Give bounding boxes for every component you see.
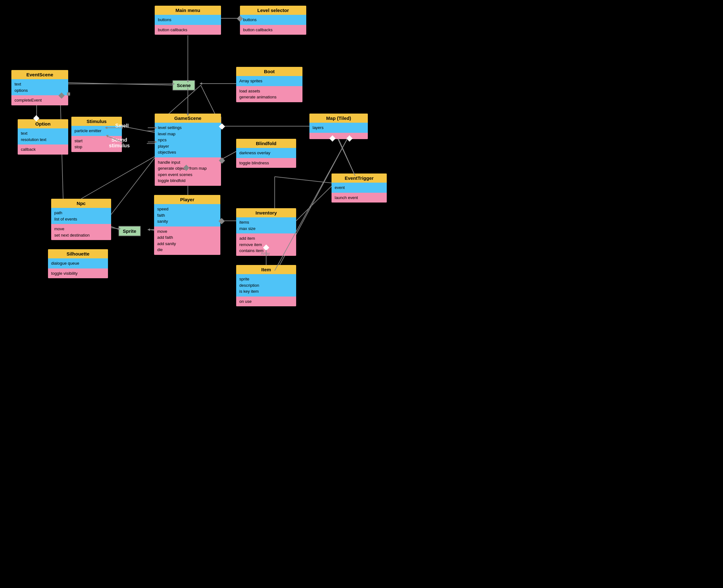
inventory-blue: items max size <box>236 217 296 233</box>
scene-box: Scene <box>173 80 195 90</box>
array-label: Array <box>261 251 270 256</box>
arrows-svg <box>0 0 723 588</box>
npc-box: Npc path list of events move set next de… <box>51 199 111 240</box>
silhouette-pink: toggle visibility <box>48 269 108 278</box>
sprite-title: Sprite <box>118 226 141 236</box>
stimulus-blue: particle emitter <box>72 126 122 136</box>
blindfold-pink: toggle blindness <box>236 158 296 168</box>
map-tiled-pink <box>309 133 368 139</box>
main-menu-blue: buttons <box>155 15 221 25</box>
stimulus-title: Stimulus <box>72 117 122 126</box>
blindfold-blue: darkness overlay <box>236 148 296 158</box>
game-scene-title: GameScene <box>155 113 221 123</box>
map-tiled-box: Map (Tiled) layers <box>309 113 368 139</box>
event-scene-title: EventScene <box>12 70 68 79</box>
event-scene-box: EventScene text options completeEvent <box>12 70 68 105</box>
item-title: Item <box>236 265 296 274</box>
event-trigger-title: EventTrigger <box>332 173 387 183</box>
inventory-title: Inventory <box>236 208 296 217</box>
main-menu-title: Main menu <box>155 6 221 15</box>
game-scene-pink: handle input generate objects from map o… <box>155 158 221 186</box>
item-box: Item sprite description is key item on u… <box>236 265 296 306</box>
map-tiled-blue: layers <box>309 123 368 133</box>
game-scene-blue: level settings level map npcs player obj… <box>155 123 221 158</box>
boot-pink: load assets generate animations <box>236 86 302 102</box>
level-selector-box: Level selector buttons button callbacks <box>240 6 306 35</box>
silhouette-title: Silhouette <box>48 249 108 258</box>
svg-line-47 <box>111 228 118 229</box>
connector-lines <box>0 0 723 588</box>
blindfold-title: Blindfold <box>236 139 296 148</box>
event-scene-blue: text options <box>12 79 68 95</box>
level-selector-pink: button callbacks <box>240 25 306 35</box>
sprite-box: Sprite <box>118 226 141 236</box>
svg-line-5 <box>68 83 173 85</box>
option-blue: text resolution text <box>18 128 68 145</box>
event-trigger-pink: launch event <box>332 193 387 203</box>
player-title: Player <box>154 195 220 204</box>
svg-line-14 <box>111 158 155 214</box>
event-trigger-blue: event <box>332 183 387 193</box>
option-pink: callback <box>18 145 68 154</box>
boot-box: Boot Array sprites load assets generate … <box>236 67 302 102</box>
svg-line-24 <box>338 139 355 176</box>
sound-stimulus-label: Soundstimulus <box>109 137 130 149</box>
boot-title: Boot <box>236 67 302 76</box>
map-tiled-title: Map (Tiled) <box>309 113 368 123</box>
scene-title: Scene <box>173 80 195 90</box>
level-selector-blue: buttons <box>240 15 306 25</box>
npc-pink: move set next destination <box>51 224 111 240</box>
main-menu-box: Main menu buttons button callbacks <box>155 6 221 35</box>
player-box: Player speed faith sanity move add faith… <box>154 195 220 255</box>
boot-blue: Array sprites <box>236 76 302 86</box>
player-blue: speed faith sanity <box>154 204 220 227</box>
svg-line-51 <box>81 156 155 199</box>
svg-marker-50 <box>147 228 150 231</box>
silhouette-box: Silhouette dialogue queue toggle visibil… <box>48 249 108 278</box>
silhouette-blue: dialogue queue <box>48 258 108 269</box>
option-box: Option text resolution text callback <box>18 119 68 154</box>
level-selector-title: Level selector <box>240 6 306 15</box>
item-pink: on use <box>236 296 296 307</box>
blindfold-box: Blindfold darkness overlay toggle blindn… <box>236 139 296 168</box>
option-title: Option <box>18 119 68 128</box>
npc-title: Npc <box>51 199 111 208</box>
connector-square-eventscene <box>67 92 70 96</box>
event-trigger-box: EventTrigger event launch event <box>332 173 387 203</box>
main-menu-pink: button callbacks <box>155 25 221 35</box>
game-scene-box: GameScene level settings level map npcs … <box>155 113 221 186</box>
smell-label: Smell <box>115 123 129 129</box>
svg-marker-33 <box>200 82 202 85</box>
svg-line-55 <box>296 186 332 221</box>
svg-line-49 <box>150 230 154 230</box>
player-pink: move add faith add sanity die <box>154 227 220 255</box>
svg-line-12 <box>221 151 236 160</box>
item-blue: sprite description is key item <box>236 274 296 296</box>
svg-line-53 <box>339 139 355 176</box>
svg-line-28 <box>275 177 332 183</box>
npc-blue: path list of events <box>51 208 111 224</box>
